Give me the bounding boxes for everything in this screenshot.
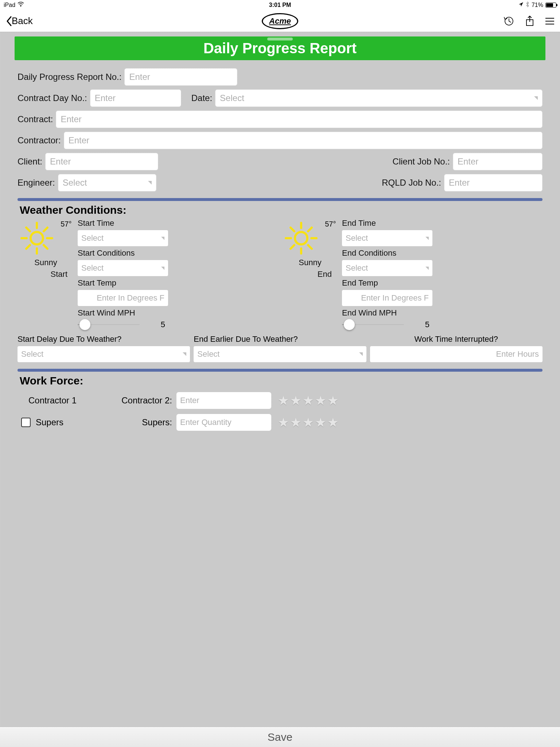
page-title-text: Daily Progress Report [203,40,357,56]
start-temp-display: 57° [61,220,71,228]
engineer-select[interactable]: Select [58,174,156,191]
end-wind-slider[interactable] [342,324,404,325]
label-start-delay: Start Delay Due To Weather? [18,334,190,344]
page-title: Daily Progress Report [15,36,545,60]
dropdown-icon [161,237,164,240]
client-input[interactable]: Enter [45,153,158,170]
placeholder-text: Enter Hours [496,349,539,359]
placeholder-text: Enter [129,72,150,82]
star-icon[interactable]: ★ [278,393,289,408]
star-icon[interactable]: ★ [290,393,301,408]
label-engineer: Engineer: [18,178,55,188]
date-select[interactable]: Select [215,89,542,107]
svg-line-21 [291,245,294,249]
history-icon[interactable] [503,16,514,27]
bluetooth-icon [526,1,529,9]
app-logo: Acme [262,13,298,29]
weather-heading: Weather Conditions: [20,204,542,216]
star-icon[interactable]: ★ [315,415,326,430]
contract-day-no-input[interactable]: Enter [90,89,181,107]
placeholder-text: Select [346,263,368,273]
location-icon [518,2,524,8]
svg-point-0 [20,6,22,7]
rqld-job-no-input[interactable]: Enter [444,174,542,191]
star-icon[interactable]: ★ [327,415,338,430]
end-earlier-select[interactable]: Select [194,346,366,362]
start-condition-text: Sunny [34,258,57,267]
start-wind-slider[interactable] [78,324,140,325]
save-button[interactable]: Save [0,727,560,747]
placeholder-text: Enter [458,156,478,167]
rating-stars[interactable]: ★★★★★ [274,415,542,430]
svg-point-13 [295,232,307,244]
svg-line-9 [26,228,30,231]
back-label: Back [12,15,33,27]
divider [18,198,542,201]
placeholder-text: Enter [61,114,81,124]
clock: 3:01 PM [269,2,291,8]
placeholder-text: Select [81,263,104,273]
star-icon[interactable]: ★ [290,415,301,430]
start-wind-value: 5 [161,320,168,329]
contractor2-input[interactable]: Enter [176,392,271,409]
nav-bar: Back Acme [0,10,560,32]
dropdown-icon [425,267,429,270]
placeholder-text: Select [63,178,87,188]
start-delay-select[interactable]: Select [18,346,190,362]
label-client: Client: [18,156,42,167]
star-icon[interactable]: ★ [327,393,338,408]
star-icon[interactable]: ★ [278,415,289,430]
contract-input[interactable]: Enter [56,111,542,128]
workforce-heading: Work Force: [20,375,542,387]
label-interrupted: Work Time Interrupted? [370,334,542,344]
placeholder-text: Select [197,349,219,359]
end-conditions-select[interactable]: Select [342,260,432,276]
label-supers: Supers [36,417,63,427]
label-dpr-no: Daily Progress Report No.: [18,72,121,82]
label-date: Date: [191,93,212,103]
placeholder-text: Select [21,349,43,359]
dropdown-icon [359,352,363,356]
label-contract: Contract: [18,114,53,124]
placeholder-text: Enter In Degrees F [361,293,429,303]
interrupted-hours-input[interactable]: Enter Hours [370,346,542,362]
dpr-no-input[interactable]: Enter [124,68,237,86]
back-button[interactable]: Back [6,15,33,27]
label-start-wind: Start Wind MPH [78,308,278,318]
label-rqld-job-no: RQLD Job No.: [382,178,441,188]
client-job-no-input[interactable]: Enter [453,153,542,170]
end-temp-input[interactable]: Enter In Degrees F [342,290,432,306]
dropdown-icon [183,352,186,356]
end-time-select[interactable]: Select [342,230,432,246]
label-client-job-no: Client Job No.: [393,156,450,167]
svg-line-10 [44,245,47,249]
label-contract-day-no: Contract Day No.: [18,93,87,103]
placeholder-text: Select [220,93,244,103]
battery-icon [545,3,556,8]
label-end-wind: End Wind MPH [342,308,542,318]
label-contractor2: Contractor 2: [108,395,174,406]
contractor-input[interactable]: Enter [64,132,542,149]
dropdown-icon [161,267,164,270]
drag-handle-icon[interactable] [267,38,293,40]
start-temp-input[interactable]: Enter In Degrees F [78,290,168,306]
supers-checkbox[interactable] [21,418,31,427]
wifi-icon [18,2,24,8]
slider-thumb-icon[interactable] [79,319,90,330]
star-icon[interactable]: ★ [303,415,314,430]
share-icon[interactable] [525,15,534,27]
rating-stars[interactable]: ★★★★★ [274,393,542,408]
star-icon[interactable]: ★ [315,393,326,408]
start-conditions-select[interactable]: Select [78,260,168,276]
start-time-select[interactable]: Select [78,230,168,246]
svg-line-18 [291,228,294,231]
label-start-time: Start Time [78,218,278,228]
supers-qty-input[interactable]: Enter Quantity [176,414,271,431]
menu-icon[interactable] [545,18,554,24]
slider-thumb-icon[interactable] [344,319,355,330]
label-end-earlier: End Earlier Due To Weather? [194,334,366,344]
placeholder-text: Enter [69,135,89,146]
label-supers2: Supers: [108,417,174,427]
star-icon[interactable]: ★ [303,393,314,408]
placeholder-text: Enter Quantity [180,418,232,427]
